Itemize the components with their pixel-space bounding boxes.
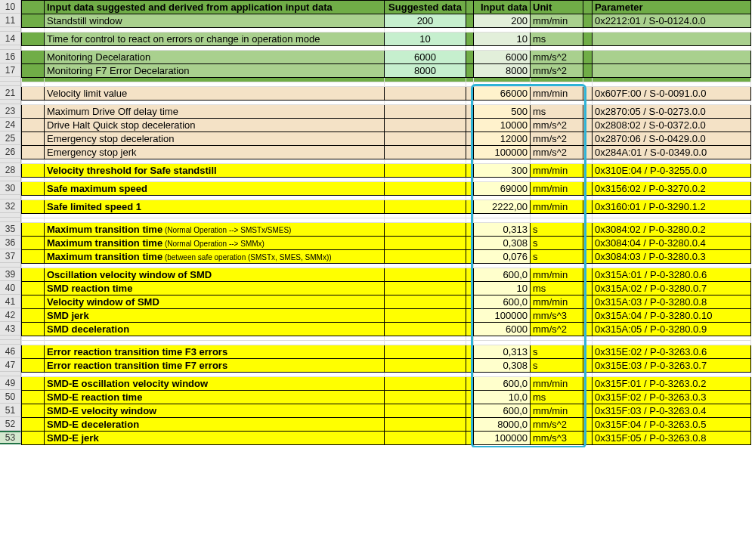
data-table[interactable]: Input data suggested and derived from ap…: [21, 0, 751, 445]
cell[interactable]: [583, 32, 593, 46]
cell[interactable]: [583, 345, 593, 359]
row-number[interactable]: 14: [0, 32, 21, 45]
row-number[interactable]: 51: [0, 404, 21, 417]
cell[interactable]: [22, 391, 45, 404]
cell[interactable]: [466, 51, 474, 64]
cell[interactable]: [583, 87, 593, 101]
value-cell[interactable]: 8000: [474, 64, 531, 78]
param-cell[interactable]: 0x2870:05 / S-0-0273.0.0: [593, 105, 751, 119]
param-cell[interactable]: [593, 51, 751, 64]
unit-cell[interactable]: mm/s^2: [531, 146, 583, 159]
cell[interactable]: [22, 146, 45, 159]
cell[interactable]: [22, 432, 45, 445]
cell[interactable]: [22, 295, 45, 309]
cell[interactable]: [466, 14, 474, 28]
cell[interactable]: [22, 119, 45, 132]
row-number[interactable]: 49: [0, 376, 21, 390]
cell[interactable]: [466, 377, 474, 391]
cell[interactable]: [583, 282, 593, 295]
cell[interactable]: [22, 1, 45, 14]
label-cell[interactable]: Standstill window: [45, 14, 385, 28]
suggested-cell[interactable]: [385, 105, 466, 119]
cell[interactable]: [583, 377, 593, 391]
cell[interactable]: [22, 418, 45, 432]
cell[interactable]: [583, 1, 593, 14]
suggested-cell[interactable]: [385, 132, 466, 146]
param-cell[interactable]: 0x315F:04 / P-0-3263.0.5: [593, 418, 751, 432]
value-cell[interactable]: 200: [474, 14, 531, 28]
value-cell[interactable]: 10: [474, 282, 531, 295]
unit-cell[interactable]: mm/s^2: [531, 64, 583, 78]
cell[interactable]: [22, 51, 45, 64]
cell[interactable]: [22, 182, 45, 196]
param-cell[interactable]: 0x3084:03 / P-0-3280.0.3: [593, 250, 751, 264]
value-cell[interactable]: 0,313: [474, 345, 531, 359]
param-cell[interactable]: [593, 64, 751, 78]
cell[interactable]: [466, 295, 474, 309]
unit-cell[interactable]: mm/min: [531, 182, 583, 196]
suggested-cell[interactable]: [385, 268, 466, 282]
unit-cell[interactable]: ms: [531, 32, 583, 46]
row-number[interactable]: 50: [0, 390, 21, 404]
label-cell[interactable]: Maximum transition time (Normal Operatio…: [45, 223, 385, 237]
cell[interactable]: [22, 359, 45, 373]
value-cell[interactable]: 300: [474, 164, 531, 178]
label-cell[interactable]: SMD-E velocity window: [45, 404, 385, 418]
label-cell[interactable]: SMD deceleration: [45, 323, 385, 336]
row-number[interactable]: 39: [0, 268, 21, 281]
param-cell[interactable]: 0x607F:00 / S-0-0091.0.0: [593, 87, 751, 101]
unit-cell[interactable]: mm/min: [531, 14, 583, 28]
param-cell[interactable]: 0x315A:04 / P-0-3280.0.10: [593, 309, 751, 323]
row-number[interactable]: 21: [0, 86, 21, 100]
suggested-cell[interactable]: [385, 87, 466, 101]
row-number[interactable]: 52: [0, 417, 21, 431]
unit-cell[interactable]: mm/s^2: [531, 119, 583, 132]
suggested-cell[interactable]: [385, 345, 466, 359]
cell[interactable]: [22, 345, 45, 359]
value-cell[interactable]: 0,313: [474, 223, 531, 237]
value-cell[interactable]: 10: [474, 32, 531, 46]
param-cell[interactable]: 0x315F:03 / P-0-3263.0.4: [593, 404, 751, 418]
label-cell[interactable]: Velocity limit value: [45, 87, 385, 101]
param-cell[interactable]: 0x3084:02 / P-0-3280.0.2: [593, 223, 751, 237]
cell[interactable]: [22, 32, 45, 46]
cell[interactable]: [583, 164, 593, 178]
cell[interactable]: [22, 404, 45, 418]
cell[interactable]: [22, 377, 45, 391]
value-cell[interactable]: 600,0: [474, 295, 531, 309]
row-number[interactable]: 32: [0, 200, 21, 213]
unit-cell[interactable]: mm/s^3: [531, 432, 583, 445]
cell[interactable]: [466, 432, 474, 445]
cell[interactable]: [466, 237, 474, 250]
row-number[interactable]: 47: [0, 358, 21, 372]
value-cell[interactable]: 100000: [474, 146, 531, 159]
param-cell[interactable]: 0x315F:05 / P-0-3263.0.8: [593, 432, 751, 445]
cell[interactable]: [466, 309, 474, 323]
suggested-cell[interactable]: [385, 432, 466, 445]
cell[interactable]: [583, 200, 593, 214]
value-cell[interactable]: 69000: [474, 182, 531, 196]
cell[interactable]: [466, 132, 474, 146]
cell[interactable]: [22, 282, 45, 295]
row-number[interactable]: 30: [0, 181, 21, 195]
suggested-cell[interactable]: [385, 359, 466, 373]
param-cell[interactable]: 0x284A:01 / S-0-0349.0.0: [593, 146, 751, 159]
cell[interactable]: [583, 182, 593, 196]
header-suggested[interactable]: Suggested data: [385, 1, 466, 14]
cell[interactable]: [466, 250, 474, 264]
cell[interactable]: [22, 309, 45, 323]
param-cell[interactable]: 0x315F:01 / P-0-3263.0.2: [593, 377, 751, 391]
label-cell[interactable]: SMD-E reaction time: [45, 391, 385, 404]
value-cell[interactable]: 2222,00: [474, 200, 531, 214]
cell[interactable]: [22, 132, 45, 146]
unit-cell[interactable]: ms: [531, 391, 583, 404]
value-cell[interactable]: 66000: [474, 87, 531, 101]
value-cell[interactable]: 0,076: [474, 250, 531, 264]
label-cell[interactable]: Emergency stop deceleration: [45, 132, 385, 146]
label-cell[interactable]: Monitoring Decelaration: [45, 51, 385, 64]
cell[interactable]: [583, 146, 593, 159]
label-cell[interactable]: Error reaction transition time F7 errors: [45, 359, 385, 373]
value-cell[interactable]: 6000: [474, 323, 531, 336]
header-input[interactable]: Input data: [474, 1, 531, 14]
cell[interactable]: [583, 105, 593, 119]
